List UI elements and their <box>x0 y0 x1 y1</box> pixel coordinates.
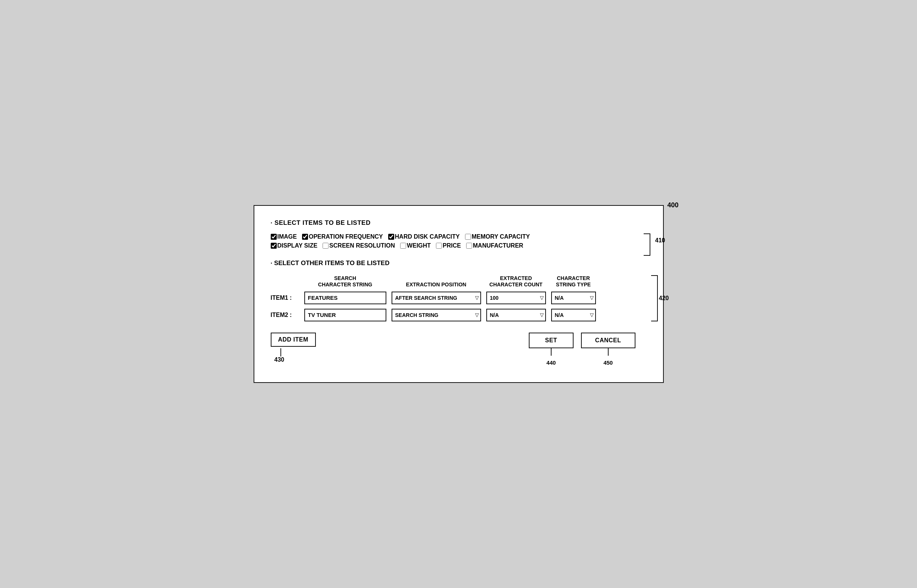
dialog-container: 400 · SELECT ITEMS TO BE LISTED IMAGE OP… <box>253 205 664 383</box>
checkbox-screen-input[interactable] <box>323 243 329 249</box>
add-item-section: ADD ITEM 430 <box>271 333 316 363</box>
checkbox-image[interactable]: IMAGE <box>271 233 297 240</box>
header-search: SEARCHCHARACTER STRING <box>304 275 386 288</box>
item2-type-select[interactable]: N/A NUMERIC ALPHABETIC <box>551 309 596 321</box>
checkbox-weight-input[interactable] <box>400 243 406 249</box>
label-430: 430 <box>274 357 284 363</box>
cancel-button[interactable]: CANCEL <box>581 333 636 348</box>
item-row-1: ITEM1 : AFTER SEARCH STRING SEARCH STRIN… <box>271 292 628 304</box>
bracket-410 <box>644 233 651 256</box>
item1-count-select[interactable]: 100 50 200 N/A <box>486 292 546 304</box>
checkbox-price-input[interactable] <box>436 243 442 249</box>
checkbox-memory[interactable]: MEMORY CAPACITY <box>465 233 530 240</box>
add-item-button[interactable]: ADD ITEM <box>271 333 316 347</box>
item2-extraction-wrapper: AFTER SEARCH STRING SEARCH STRING BEFORE… <box>392 309 481 321</box>
checkbox-harddisk[interactable]: HARD DISK CAPACITY <box>388 233 460 240</box>
checkbox-display[interactable]: DISPLAY SIZE <box>271 242 318 249</box>
label-450: 450 <box>603 359 613 366</box>
checkbox-operation[interactable]: OPERATION FREQUENCY <box>302 233 383 240</box>
item2-type-wrapper: N/A NUMERIC ALPHABETIC ▽ <box>551 309 596 321</box>
set-button[interactable]: SET <box>529 333 573 348</box>
checkbox-image-input[interactable] <box>271 234 277 240</box>
checkbox-weight[interactable]: WEIGHT <box>400 242 431 249</box>
section1-title: · SELECT ITEMS TO BE LISTED <box>271 219 647 227</box>
set-button-wrapper: SET 440 <box>529 333 573 366</box>
checkbox-manufacturer-input[interactable] <box>466 243 472 249</box>
item1-label: ITEM1 : <box>271 294 304 301</box>
cancel-anno-line <box>608 348 609 356</box>
item2-search-input[interactable] <box>304 309 386 321</box>
figure-label: 400 <box>667 201 678 209</box>
item1-count-wrapper: 100 50 200 N/A ▽ <box>486 292 546 304</box>
checkbox-harddisk-input[interactable] <box>388 234 394 240</box>
checkbox-screen[interactable]: SCREEN RESOLUTION <box>323 242 395 249</box>
checkbox-section: IMAGE OPERATION FREQUENCY HARD DISK CAPA… <box>271 233 647 249</box>
header-type: CHARACTERSTRING TYPE <box>551 275 596 288</box>
item1-extraction-select[interactable]: AFTER SEARCH STRING SEARCH STRING BEFORE… <box>392 292 481 304</box>
header-extraction: EXTRACTION POSITION <box>392 281 481 288</box>
label-410: 410 <box>655 237 665 244</box>
item-row-2: ITEM2 : AFTER SEARCH STRING SEARCH STRIN… <box>271 309 628 321</box>
item2-label: ITEM2 : <box>271 312 304 318</box>
label-420: 420 <box>659 295 669 302</box>
item1-extraction-wrapper: AFTER SEARCH STRING SEARCH STRING BEFORE… <box>392 292 481 304</box>
bottom-row: ADD ITEM 430 SET 440 CANCEL 450 <box>271 333 647 366</box>
checkbox-memory-input[interactable] <box>465 234 471 240</box>
item1-type-select[interactable]: N/A NUMERIC ALPHABETIC <box>551 292 596 304</box>
dialog-box: · SELECT ITEMS TO BE LISTED IMAGE OPERAT… <box>253 205 664 383</box>
cancel-button-wrapper: CANCEL 450 <box>581 333 636 366</box>
item2-count-select[interactable]: 100 50 200 N/A <box>486 309 546 321</box>
column-headers: SEARCHCHARACTER STRING EXTRACTION POSITI… <box>271 275 628 288</box>
item1-type-wrapper: N/A NUMERIC ALPHABETIC ▽ <box>551 292 596 304</box>
checkbox-row-1: IMAGE OPERATION FREQUENCY HARD DISK CAPA… <box>271 233 624 240</box>
item2-extraction-select[interactable]: AFTER SEARCH STRING SEARCH STRING BEFORE… <box>392 309 481 321</box>
label-440: 440 <box>546 359 555 366</box>
set-anno-line <box>551 348 552 356</box>
checkbox-price[interactable]: PRICE <box>436 242 461 249</box>
bracket-420 <box>651 275 658 321</box>
checkbox-manufacturer[interactable]: MANUFACTURER <box>466 242 523 249</box>
checkbox-row-2: DISPLAY SIZE SCREEN RESOLUTION WEIGHT PR… <box>271 242 624 249</box>
checkbox-operation-input[interactable] <box>302 234 308 240</box>
action-buttons: SET 440 CANCEL 450 <box>529 333 636 366</box>
checkbox-display-input[interactable] <box>271 243 277 249</box>
header-count: EXTRACTEDCHARACTER COUNT <box>486 275 546 288</box>
item1-search-input[interactable] <box>304 292 386 304</box>
table-area: SEARCHCHARACTER STRING EXTRACTION POSITI… <box>271 275 647 321</box>
section2-title: · SELECT OTHER ITEMS TO BE LISTED <box>271 260 647 267</box>
item2-count-wrapper: 100 50 200 N/A ▽ <box>486 309 546 321</box>
